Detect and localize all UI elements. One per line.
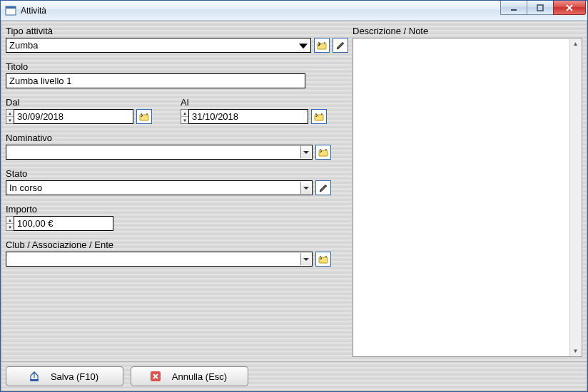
svg-rect-5 xyxy=(140,115,148,120)
save-button-label: Salva (F10) xyxy=(51,371,98,382)
dal-calendar-button[interactable] xyxy=(136,109,152,124)
nominativo-combobox[interactable] xyxy=(6,145,313,160)
activity-window: Attività Tipo attività Zumba xyxy=(0,0,588,392)
importo-input[interactable]: 100,00 € xyxy=(14,216,113,231)
pencil-icon xyxy=(318,183,328,193)
titolo-value: Zumba livello 1 xyxy=(9,76,71,86)
group-nominativo: Nominativo xyxy=(6,133,348,160)
al-value: 31/10/2018 xyxy=(192,111,238,122)
chevron-down-icon xyxy=(300,182,311,194)
dal-value: 30/09/2018 xyxy=(17,111,64,122)
cancel-button-label: Annulla (Esc) xyxy=(172,371,227,382)
footer-buttons: Salva (F10) Annulla (Esc) xyxy=(1,362,587,391)
pencil-icon xyxy=(335,41,345,51)
dal-spinner[interactable]: ▲ ▼ xyxy=(6,109,14,124)
stato-edit-button[interactable] xyxy=(315,180,331,195)
right-column: Descrizione / Note xyxy=(353,26,582,357)
spinner-down-icon: ▼ xyxy=(181,117,188,123)
rolodex-icon xyxy=(318,147,329,158)
label-nominativo: Nominativo xyxy=(6,133,348,143)
spinner-down-icon: ▼ xyxy=(6,224,14,230)
dal-block: Dal ▲ ▼ 30/09/2018 xyxy=(6,97,152,124)
stato-value: In corso xyxy=(9,182,299,194)
label-tipo: Tipo attività xyxy=(6,26,348,36)
svg-rect-3 xyxy=(537,5,543,11)
save-button[interactable]: Salva (F10) xyxy=(6,366,123,386)
rolodex-icon xyxy=(316,40,328,51)
save-icon xyxy=(28,370,41,383)
svg-rect-9 xyxy=(30,379,39,381)
group-titolo: Titolo Zumba livello 1 xyxy=(6,61,348,88)
group-stato: Stato In corso xyxy=(6,168,348,195)
group-tipo: Tipo attività Zumba xyxy=(6,26,348,53)
al-block: Al ▲ ▼ 31/10/2018 xyxy=(181,97,327,124)
notes-scrollbar[interactable] xyxy=(569,39,581,356)
nominativo-value xyxy=(9,146,299,158)
rolodex-icon xyxy=(138,111,150,123)
chevron-down-icon xyxy=(300,146,311,158)
importo-value: 100,00 € xyxy=(17,218,54,229)
al-calendar-button[interactable] xyxy=(311,109,327,124)
importo-spinner[interactable]: ▲ ▼ xyxy=(6,216,14,231)
spinner-up-icon: ▲ xyxy=(181,110,188,117)
spinner-down-icon: ▼ xyxy=(6,117,14,123)
close-button[interactable] xyxy=(553,1,586,15)
label-al: Al xyxy=(181,97,327,108)
window-buttons xyxy=(501,1,586,15)
svg-rect-2 xyxy=(511,9,517,11)
svg-rect-1 xyxy=(6,6,16,9)
rolodex-icon xyxy=(313,111,325,123)
al-input[interactable]: 31/10/2018 xyxy=(188,109,308,124)
group-importo: Importo ▲ ▼ 100,00 € xyxy=(6,204,348,231)
label-titolo: Titolo xyxy=(6,61,348,72)
minimize-button[interactable] xyxy=(500,1,527,15)
maximize-button[interactable] xyxy=(527,1,554,15)
left-column: Tipo attività Zumba xyxy=(6,26,348,357)
cancel-button[interactable]: Annulla (Esc) xyxy=(131,366,248,386)
window-app-icon xyxy=(5,5,16,16)
window-title: Attività xyxy=(21,6,46,16)
cancel-icon xyxy=(149,370,162,383)
svg-rect-8 xyxy=(319,257,328,263)
label-descrizione: Descrizione / Note xyxy=(353,26,582,36)
club-lookup-button[interactable] xyxy=(315,252,331,267)
nominativo-lookup-button[interactable] xyxy=(315,145,331,160)
group-dates: Dal ▲ ▼ 30/09/2018 xyxy=(6,97,348,124)
label-dal: Dal xyxy=(6,97,152,108)
form-body: Tipo attività Zumba xyxy=(1,21,587,362)
tipo-attivita-combobox[interactable]: Zumba xyxy=(6,38,311,53)
tipo-edit-button[interactable] xyxy=(333,38,348,53)
svg-rect-6 xyxy=(315,115,323,120)
rolodex-icon xyxy=(318,254,329,265)
descrizione-textarea[interactable] xyxy=(353,38,582,357)
titolo-input[interactable]: Zumba livello 1 xyxy=(6,73,305,88)
tipo-lookup-button[interactable] xyxy=(314,38,330,53)
dal-input[interactable]: 30/09/2018 xyxy=(14,109,133,124)
spinner-up-icon: ▲ xyxy=(6,110,14,117)
label-stato: Stato xyxy=(6,168,348,179)
group-club: Club / Associazione / Ente xyxy=(6,239,348,267)
svg-rect-7 xyxy=(319,150,328,156)
al-spinner[interactable]: ▲ ▼ xyxy=(181,109,188,124)
titlebar: Attività xyxy=(1,1,587,21)
label-club: Club / Associazione / Ente xyxy=(6,239,348,250)
spinner-up-icon: ▲ xyxy=(6,217,14,224)
tipo-attivita-value: Zumba xyxy=(9,40,38,51)
club-combobox[interactable] xyxy=(6,252,313,267)
chevron-down-icon xyxy=(300,253,311,265)
label-importo: Importo xyxy=(6,204,348,215)
stato-combobox[interactable]: In corso xyxy=(6,180,313,195)
club-value xyxy=(9,253,299,265)
